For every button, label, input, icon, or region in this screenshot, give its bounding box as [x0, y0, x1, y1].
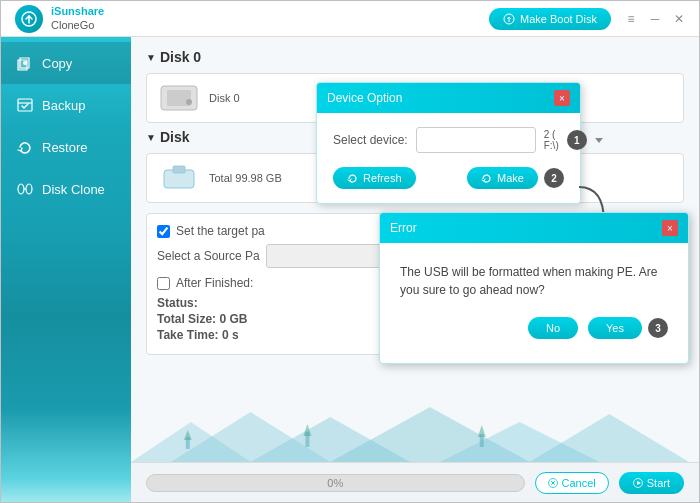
sidebar-item-backup[interactable]: Backup: [1, 84, 131, 126]
after-finished-checkbox[interactable]: [157, 277, 170, 290]
error-body: The USB will be formatted when making PE…: [380, 243, 688, 363]
svg-rect-10: [173, 166, 185, 173]
device-option-body: Select device: 2 ( F:\) 1 Refresh: [317, 113, 580, 203]
svg-point-4: [18, 184, 24, 194]
disk1-info: Total 99.98 GB: [209, 172, 282, 184]
svg-rect-17: [186, 437, 190, 449]
svg-marker-22: [478, 425, 486, 437]
svg-marker-20: [303, 424, 311, 436]
svg-point-2: [23, 61, 27, 65]
svg-point-5: [26, 184, 32, 194]
svg-rect-19: [305, 432, 309, 447]
chevron-down-icon2: ▼: [146, 132, 156, 143]
content-area: ▼ Disk 0 Disk 0 ▼: [131, 37, 699, 502]
refresh-button[interactable]: Refresh: [333, 167, 416, 189]
error-title-bar: Error ×: [380, 213, 688, 243]
main-layout: Copy Backup Restore Disk Clone ▼ Disk 0: [1, 37, 699, 502]
background-decoration: [131, 402, 699, 462]
svg-marker-14: [330, 407, 529, 462]
svg-marker-18: [184, 430, 192, 440]
sidebar-item-disk-clone[interactable]: Disk Clone: [1, 168, 131, 210]
app-window: iSunshare CloneGo Make Boot Disk ≡ ─ ✕ C…: [0, 0, 700, 503]
svg-marker-11: [131, 422, 251, 462]
svg-point-8: [186, 99, 192, 105]
hard-drive-icon: [159, 82, 199, 114]
start-button[interactable]: Start: [619, 472, 684, 494]
svg-marker-12: [171, 412, 330, 462]
error-message: The USB will be formatted when making PE…: [400, 263, 668, 299]
close-button[interactable]: ✕: [669, 9, 689, 29]
no-button[interactable]: No: [528, 317, 578, 339]
menu-icon[interactable]: ≡: [621, 9, 641, 29]
step-3-badge: 3: [648, 318, 668, 338]
svg-rect-21: [480, 434, 484, 447]
svg-marker-13: [251, 417, 410, 462]
svg-marker-25: [637, 481, 641, 485]
device-option-dialog: Device Option × Select device: 2 ( F:\) …: [316, 82, 581, 204]
title-bar: iSunshare CloneGo Make Boot Disk ≡ ─ ✕: [1, 1, 699, 37]
sidebar-item-copy-label: Copy: [42, 56, 72, 71]
device-option-close-button[interactable]: ×: [554, 90, 570, 106]
minimize-button[interactable]: ─: [645, 9, 665, 29]
svg-marker-16: [530, 414, 689, 462]
device-option-title: Device Option: [327, 91, 402, 105]
sidebar-item-restore[interactable]: Restore: [1, 126, 131, 168]
set-target-checkbox[interactable]: [157, 225, 170, 238]
sidebar-item-restore-label: Restore: [42, 140, 88, 155]
progress-bar-area: 0% Cancel Start: [131, 462, 699, 502]
disk0-header: ▼ Disk 0: [146, 49, 684, 65]
sidebar: Copy Backup Restore Disk Clone: [1, 37, 131, 502]
yes-button[interactable]: Yes: [588, 317, 642, 339]
device-option-title-bar: Device Option ×: [317, 83, 580, 113]
step-1-badge: 1: [567, 130, 587, 150]
error-close-button[interactable]: ×: [662, 220, 678, 236]
error-btn-row: No Yes 3: [400, 317, 668, 353]
device-dropdown-icon[interactable]: [595, 138, 603, 143]
usb-drive-icon: [159, 162, 199, 194]
make-boot-disk-button[interactable]: Make Boot Disk: [489, 8, 611, 30]
select-device-label: Select device:: [333, 133, 408, 147]
window-controls: ≡ ─ ✕: [621, 9, 689, 29]
make-button[interactable]: Make: [467, 167, 538, 189]
error-dialog: Error × The USB will be formatted when m…: [379, 212, 689, 364]
app-name: iSunshare CloneGo: [51, 5, 104, 31]
dialog-btn-row: Refresh Make 2: [333, 167, 564, 189]
svg-rect-3: [18, 99, 32, 111]
sidebar-item-backup-label: Backup: [42, 98, 85, 113]
select-device-row: Select device: 2 ( F:\) 1: [333, 127, 564, 153]
sidebar-item-copy[interactable]: Copy: [1, 42, 131, 84]
cancel-button[interactable]: Cancel: [535, 472, 609, 494]
svg-marker-15: [440, 422, 599, 462]
step-2-badge: 2: [544, 168, 564, 188]
sidebar-item-disk-clone-label: Disk Clone: [42, 182, 105, 197]
device-value-text: 2 ( F:\): [544, 129, 559, 151]
progress-text: 0%: [327, 477, 343, 489]
error-title: Error: [390, 221, 417, 235]
disk0-info: Disk 0: [209, 92, 240, 104]
progress-bar-track: 0%: [146, 474, 525, 492]
select-device-input[interactable]: [416, 127, 536, 153]
chevron-down-icon: ▼: [146, 52, 156, 63]
app-logo: [11, 1, 47, 37]
